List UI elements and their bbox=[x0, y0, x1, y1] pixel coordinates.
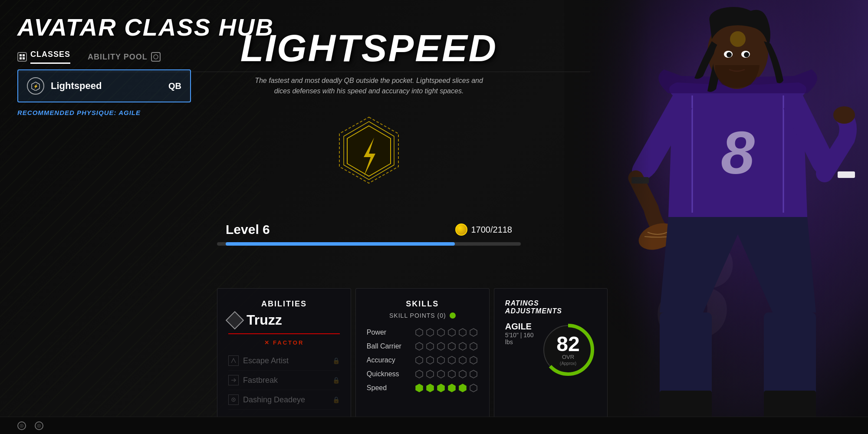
svg-rect-20 bbox=[20, 54, 22, 56]
svg-marker-46 bbox=[427, 356, 434, 364]
class-item-lightspeed[interactable]: ⚡ Lightspeed QB bbox=[17, 69, 191, 102]
ability-pool-tab-icon bbox=[151, 52, 161, 62]
hex-bc5 bbox=[458, 342, 467, 351]
skill-accuracy-label: Accuracy bbox=[367, 356, 410, 364]
classes-tab-icon bbox=[17, 52, 27, 62]
hex-a4 bbox=[447, 355, 457, 365]
svg-text:8: 8 bbox=[721, 118, 755, 187]
svg-marker-58 bbox=[427, 384, 434, 392]
skill-power-label: Power bbox=[367, 329, 410, 336]
svg-marker-42 bbox=[448, 342, 455, 350]
physique-name: AGILE bbox=[505, 322, 540, 332]
hex-q3 bbox=[436, 369, 446, 379]
skill-row-accuracy: Accuracy bbox=[367, 355, 478, 365]
svg-marker-39 bbox=[416, 342, 423, 350]
svg-marker-44 bbox=[470, 342, 477, 350]
skills-panel-title: SKILLS bbox=[367, 299, 478, 309]
lock-2-icon: 🔒 bbox=[332, 396, 340, 403]
hex-a5 bbox=[458, 355, 467, 365]
skill-row-quickness: Quickness bbox=[367, 369, 478, 379]
ability-row-0: Escape Artist 🔒 bbox=[228, 351, 340, 371]
svg-marker-38 bbox=[470, 329, 477, 336]
hex-bc3 bbox=[436, 342, 446, 351]
skill-row-ball-carrier: Ball Carrier bbox=[367, 342, 478, 351]
fastbreak-icon bbox=[228, 375, 239, 385]
svg-point-5 bbox=[833, 106, 855, 124]
recommended-physique: RECOMMENDED PHYSIQUE: AGILE bbox=[17, 109, 191, 116]
dashing-deadeye-icon bbox=[228, 395, 239, 405]
hex-s5 bbox=[458, 383, 467, 393]
svg-marker-41 bbox=[437, 342, 444, 350]
sidebar: ⚡ Lightspeed QB RECOMMENDED PHYSIQUE: AG… bbox=[17, 69, 191, 116]
svg-marker-45 bbox=[416, 356, 423, 364]
progress-bar bbox=[217, 242, 521, 246]
hex-a1 bbox=[414, 355, 424, 365]
skill-points-label: SKILL POINTS (0) bbox=[389, 312, 446, 319]
main-ability-name: Truzz bbox=[247, 312, 282, 328]
skills-table: Power Ball Carrier bbox=[367, 328, 478, 393]
hex-p3 bbox=[436, 328, 446, 337]
svg-marker-56 bbox=[470, 370, 477, 378]
ability-row-1: Fastbreak 🔒 bbox=[228, 371, 340, 390]
skill-speed-hexes bbox=[414, 383, 478, 393]
hex-a2 bbox=[425, 355, 435, 365]
skill-ball-carrier-label: Ball Carrier bbox=[367, 342, 410, 350]
physique-measurements: 5'10" | 160 lbs bbox=[505, 332, 540, 345]
svg-point-16 bbox=[727, 52, 732, 57]
svg-marker-60 bbox=[448, 384, 455, 392]
nav-tab-ability-pool[interactable]: ABILITY POOL bbox=[88, 52, 161, 65]
hex-q5 bbox=[458, 369, 467, 379]
progress-fill bbox=[226, 242, 455, 246]
svg-marker-59 bbox=[437, 384, 444, 392]
svg-marker-54 bbox=[448, 370, 455, 378]
svg-marker-36 bbox=[448, 329, 455, 336]
hex-s1 bbox=[414, 383, 424, 393]
svg-marker-33 bbox=[416, 329, 423, 336]
skill-quickness-hexes bbox=[414, 369, 478, 379]
svg-marker-48 bbox=[448, 356, 455, 364]
hex-bc4 bbox=[447, 342, 457, 351]
abilities-panel-title: ABILITIES bbox=[228, 299, 340, 309]
classes-tab-label: CLASSES bbox=[30, 50, 70, 64]
ability-row-2: Dashing Deadeye 🔒 bbox=[228, 390, 340, 410]
nav-tab-classes[interactable]: CLASSES bbox=[17, 50, 70, 67]
bottom-icon-2: ◎ bbox=[35, 421, 43, 430]
hex-badge bbox=[326, 114, 412, 201]
ratings-panel-title: RATINGS ADJUSTMENTS bbox=[505, 299, 596, 315]
svg-point-18 bbox=[730, 31, 746, 47]
ability-0-name: Escape Artist bbox=[243, 356, 328, 365]
hex-p5 bbox=[458, 328, 467, 337]
svg-text:(Approx): (Approx) bbox=[560, 361, 576, 366]
svg-marker-47 bbox=[437, 356, 444, 364]
main-ability: Truzz bbox=[228, 312, 340, 334]
center-content: LIGHTSPEED The fastest and most deadly Q… bbox=[217, 26, 521, 259]
skill-row-speed: Speed bbox=[367, 383, 478, 393]
main-content: AVATAR CLASS HUB CLASSES ABILITY POOL ⚡ bbox=[0, 0, 608, 434]
xfactor-label: ✕ FACTOR bbox=[228, 339, 340, 346]
skill-points-dot bbox=[450, 312, 456, 319]
skill-accuracy-hexes bbox=[414, 355, 478, 365]
svg-marker-43 bbox=[459, 342, 466, 350]
hex-p1 bbox=[414, 328, 424, 337]
skill-ball-carrier-hexes bbox=[414, 342, 478, 351]
svg-marker-35 bbox=[437, 329, 444, 336]
skill-power-hexes bbox=[414, 328, 478, 337]
svg-marker-53 bbox=[437, 370, 444, 378]
abilities-panel: ABILITIES Truzz ✕ FACTOR Escape Artist 🔒 bbox=[217, 288, 351, 421]
escape-artist-icon bbox=[228, 355, 239, 366]
bottom-nav-hint-2: ◎ bbox=[35, 421, 43, 430]
svg-marker-57 bbox=[416, 384, 423, 392]
skill-quickness-label: Quickness bbox=[367, 370, 410, 378]
hex-s3 bbox=[436, 383, 446, 393]
hex-q1 bbox=[414, 369, 424, 379]
class-title: LIGHTSPEED bbox=[217, 26, 521, 70]
skill-row-power: Power bbox=[367, 328, 478, 337]
ovr-circle-svg: 82 OVR (Approx) bbox=[540, 322, 596, 378]
lock-1-icon: 🔒 bbox=[332, 377, 340, 384]
svg-rect-22 bbox=[20, 57, 22, 59]
svg-marker-34 bbox=[427, 329, 434, 336]
svg-marker-50 bbox=[470, 356, 477, 364]
svg-point-24 bbox=[154, 55, 158, 59]
physique-info: AGILE 5'10" | 160 lbs bbox=[505, 322, 540, 352]
bottom-icon-1: ◎ bbox=[17, 421, 26, 430]
